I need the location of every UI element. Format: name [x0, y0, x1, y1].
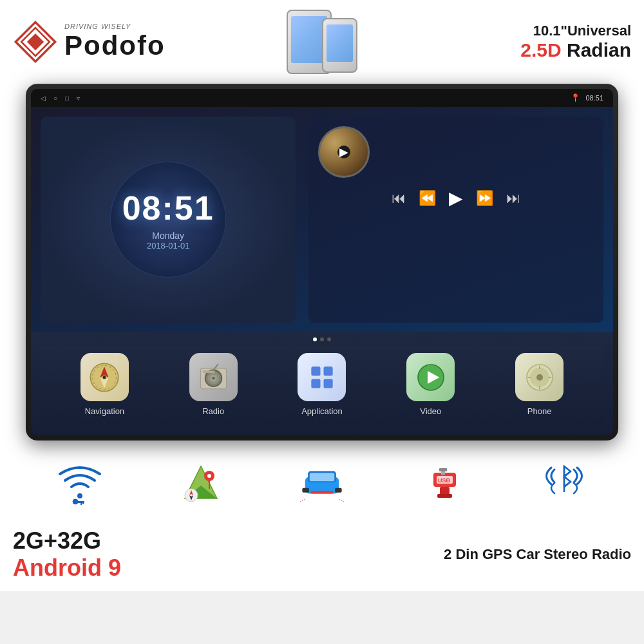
- video-label: Video: [420, 406, 441, 416]
- prev-button[interactable]: ⏪: [419, 190, 436, 207]
- page-dot-3: [327, 337, 331, 341]
- svg-rect-43: [302, 488, 309, 493]
- svg-rect-52: [437, 494, 452, 498]
- screen-main-content: 08:51 Monday 2018-01-01 ▶ ⏮ ⏪ ▶: [31, 107, 613, 332]
- svg-rect-13: [203, 370, 214, 373]
- svg-rect-54: [439, 468, 447, 471]
- brand-text: DRIVING WISELY Podofo: [64, 23, 166, 61]
- memory-spec: 2G+32G: [13, 527, 322, 554]
- music-player: ▶ ⏮ ⏪ ▶ ⏩ ⏭: [308, 117, 603, 323]
- brand-name: Podofo: [64, 30, 166, 61]
- page-dot-2: [320, 337, 324, 341]
- rewind-button[interactable]: ⏮: [392, 190, 406, 207]
- location-icon: 📍: [571, 93, 580, 102]
- svg-rect-51: [440, 487, 450, 495]
- usb-icon: USB: [421, 460, 466, 505]
- specs-section: 2G+32G Android 9 2 Din GPS Car Stereo Ra…: [0, 524, 644, 591]
- phone-image-2: [322, 18, 357, 73]
- svg-line-47: [339, 499, 345, 502]
- next-button[interactable]: ⏩: [476, 190, 493, 207]
- status-bar: ◁ ○ □ ▿ 📍 08:51: [31, 89, 613, 107]
- application-icon: [306, 361, 338, 393]
- device-container: MIC RST ⏻ ⌂ ↩ + −: [0, 84, 644, 440]
- brand-logo-icon: [13, 19, 58, 64]
- app-application[interactable]: Application: [298, 353, 346, 416]
- navigation-icon-wrap: [80, 353, 129, 401]
- wifi-icon: [57, 460, 102, 505]
- app-grid-section: Navigation: [31, 332, 613, 435]
- radian-number: 2.5D: [520, 39, 561, 61]
- svg-rect-18: [323, 379, 332, 388]
- page-dot-1: [313, 337, 317, 341]
- os-spec: Android 9: [13, 554, 322, 582]
- fast-forward-button[interactable]: ⏭: [506, 190, 520, 207]
- logo-area: DRIVING WISELY Podofo: [13, 19, 166, 64]
- video-icon-wrap: [406, 353, 455, 401]
- svg-rect-45: [311, 491, 334, 493]
- svg-rect-16: [323, 366, 332, 375]
- svg-point-7: [103, 375, 106, 379]
- spec-radian-text: 2.5D Radian: [520, 39, 631, 61]
- car-camera-feature: [299, 460, 345, 505]
- usb-feature: USB: [421, 460, 466, 505]
- app-navigation[interactable]: Navigation: [80, 353, 129, 416]
- clock-date-display: 2018-01-01: [147, 241, 190, 251]
- svg-rect-31: [82, 501, 84, 504]
- nav-home-icon[interactable]: ○: [53, 95, 57, 102]
- app-phone[interactable]: Phone: [515, 353, 564, 416]
- wifi-feature: [57, 460, 102, 505]
- app-radio[interactable]: Radio: [189, 353, 238, 416]
- bluetooth-icon: [542, 460, 587, 505]
- svg-rect-42: [310, 473, 335, 481]
- svg-rect-17: [311, 379, 320, 388]
- status-bar-left: ◁ ○ □ ▿: [41, 95, 80, 102]
- status-time: 08:51: [585, 94, 603, 102]
- tagline-text: DRIVING WISELY: [64, 23, 166, 30]
- svg-point-23: [536, 374, 543, 381]
- gps-map-icon: [178, 460, 223, 505]
- clock-time-display: 08:51: [122, 189, 214, 227]
- svg-marker-2: [27, 33, 44, 50]
- music-controls[interactable]: ⏮ ⏪ ▶ ⏩ ⏭: [318, 187, 594, 209]
- radian-label: Radian: [567, 39, 631, 61]
- radio-icon-wrap: [189, 353, 238, 401]
- device-screen: ◁ ○ □ ▿ 📍 08:51 08:51 Monday 2018-01-01: [31, 89, 613, 435]
- phone-icon: [524, 361, 556, 393]
- nav-recent-icon[interactable]: □: [65, 95, 69, 102]
- gps-map-feature: [178, 460, 223, 505]
- svg-text:USB: USB: [438, 477, 451, 484]
- application-label: Application: [301, 406, 343, 416]
- wifi-status-icon: ▿: [77, 95, 80, 102]
- app-video[interactable]: Video: [406, 353, 455, 416]
- play-overlay-icon: ▶: [339, 145, 348, 159]
- svg-rect-32: [80, 503, 82, 505]
- page-header: DRIVING WISELY Podofo 10.1"Universal 2.5…: [0, 0, 644, 84]
- application-icon-wrap: [298, 353, 346, 401]
- music-player-top: ▶: [318, 126, 594, 178]
- clock-widget: 08:51 Monday 2018-01-01: [41, 117, 296, 323]
- svg-point-36: [207, 474, 211, 478]
- play-pause-button[interactable]: ▶: [449, 187, 463, 209]
- page-indicators: [41, 337, 603, 341]
- phone-label: Phone: [527, 406, 552, 416]
- svg-rect-44: [335, 488, 342, 493]
- nav-back-icon[interactable]: ◁: [41, 95, 46, 102]
- svg-rect-15: [311, 366, 320, 375]
- feature-icons-section: USB: [0, 440, 644, 524]
- spec-right: 2 Din GPS Car Stereo Radio: [322, 527, 631, 582]
- navigation-icon: [88, 361, 120, 393]
- svg-line-59: [564, 482, 571, 487]
- svg-line-58: [564, 471, 571, 477]
- phone-images: [287, 10, 357, 74]
- navigation-label: Navigation: [85, 406, 124, 416]
- svg-line-46: [299, 499, 305, 502]
- spec-left: 2G+32G Android 9: [13, 527, 322, 582]
- album-art: ▶: [318, 126, 370, 178]
- app-icons-row: Navigation: [41, 346, 603, 426]
- phone-icon-wrap: [515, 353, 564, 401]
- car-camera-icon: [299, 460, 345, 505]
- svg-point-28: [77, 493, 82, 498]
- radio-label: Radio: [202, 406, 224, 416]
- bluetooth-feature: [542, 460, 587, 505]
- radio-icon: [196, 359, 231, 395]
